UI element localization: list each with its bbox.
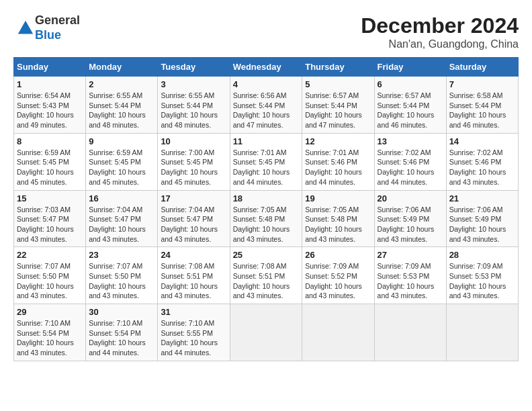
weekday-header-saturday: Saturday: [446, 58, 518, 77]
day-detail: Sunrise: 6:55 AMSunset: 5:44 PMDaylight:…: [89, 91, 154, 130]
calendar-cell: 22Sunrise: 7:07 AMSunset: 5:50 PMDayligh…: [14, 247, 86, 304]
calendar-cell: 11Sunrise: 7:01 AMSunset: 5:45 PMDayligh…: [230, 133, 302, 190]
calendar-cell: 29Sunrise: 7:10 AMSunset: 5:54 PMDayligh…: [14, 304, 86, 361]
calendar-cell: 24Sunrise: 7:08 AMSunset: 5:51 PMDayligh…: [158, 247, 230, 304]
calendar-cell: 2Sunrise: 6:55 AMSunset: 5:44 PMDaylight…: [86, 77, 158, 134]
day-detail: Sunrise: 6:59 AMSunset: 5:45 PMDaylight:…: [89, 148, 154, 187]
page-header: General Blue December 2024 Nan'an, Guang…: [13, 13, 519, 50]
day-detail: Sunrise: 7:00 AMSunset: 5:45 PMDaylight:…: [161, 148, 226, 187]
calendar-week-1: 1Sunrise: 6:54 AMSunset: 5:43 PMDaylight…: [14, 77, 519, 134]
day-number: 29: [17, 307, 83, 317]
location-title: Nan'an, Guangdong, China: [361, 38, 519, 50]
day-detail: Sunrise: 7:09 AMSunset: 5:53 PMDaylight:…: [378, 261, 443, 301]
day-detail: Sunrise: 7:06 AMSunset: 5:49 PMDaylight:…: [378, 205, 443, 244]
calendar-week-2: 8Sunrise: 6:59 AMSunset: 5:45 PMDaylight…: [14, 133, 519, 190]
calendar-week-3: 15Sunrise: 7:03 AMSunset: 5:47 PMDayligh…: [14, 190, 519, 247]
day-detail: Sunrise: 6:58 AMSunset: 5:44 PMDaylight:…: [449, 91, 515, 130]
day-detail: Sunrise: 6:56 AMSunset: 5:44 PMDaylight:…: [233, 91, 300, 130]
calendar-cell: 20Sunrise: 7:06 AMSunset: 5:49 PMDayligh…: [374, 190, 446, 247]
calendar-cell: [230, 304, 302, 361]
title-block: December 2024 Nan'an, Guangdong, China: [361, 13, 519, 50]
day-number: 10: [161, 136, 226, 146]
calendar-cell: 7Sunrise: 6:58 AMSunset: 5:44 PMDaylight…: [446, 77, 518, 134]
day-detail: Sunrise: 6:57 AMSunset: 5:44 PMDaylight:…: [378, 91, 443, 130]
logo-text: General Blue: [35, 13, 80, 42]
weekday-header-friday: Friday: [374, 58, 446, 77]
day-detail: Sunrise: 7:05 AMSunset: 5:48 PMDaylight:…: [233, 205, 300, 244]
day-number: 14: [449, 136, 515, 146]
day-number: 22: [17, 250, 83, 260]
day-detail: Sunrise: 7:07 AMSunset: 5:50 PMDaylight:…: [89, 261, 154, 301]
day-detail: Sunrise: 7:08 AMSunset: 5:51 PMDaylight:…: [233, 261, 300, 301]
calendar-cell: 12Sunrise: 7:01 AMSunset: 5:46 PMDayligh…: [302, 133, 374, 190]
day-number: 6: [378, 79, 443, 89]
day-detail: Sunrise: 7:06 AMSunset: 5:49 PMDaylight:…: [449, 205, 515, 244]
day-detail: Sunrise: 7:07 AMSunset: 5:50 PMDaylight:…: [17, 261, 83, 301]
calendar-cell: [446, 304, 518, 361]
calendar-cell: 27Sunrise: 7:09 AMSunset: 5:53 PMDayligh…: [374, 247, 446, 304]
day-detail: Sunrise: 7:05 AMSunset: 5:48 PMDaylight:…: [305, 205, 371, 244]
calendar-week-4: 22Sunrise: 7:07 AMSunset: 5:50 PMDayligh…: [14, 247, 519, 304]
day-detail: Sunrise: 7:04 AMSunset: 5:47 PMDaylight:…: [89, 205, 154, 244]
weekday-header-row: SundayMondayTuesdayWednesdayThursdayFrid…: [14, 58, 519, 77]
day-number: 21: [449, 193, 515, 203]
day-number: 25: [233, 250, 300, 260]
logo-icon: [16, 19, 35, 38]
day-detail: Sunrise: 7:04 AMSunset: 5:47 PMDaylight:…: [161, 205, 226, 244]
calendar-cell: 13Sunrise: 7:02 AMSunset: 5:46 PMDayligh…: [374, 133, 446, 190]
day-number: 24: [161, 250, 226, 260]
day-number: 18: [233, 193, 300, 203]
calendar-cell: [374, 304, 446, 361]
day-number: 20: [378, 193, 443, 203]
calendar-cell: 4Sunrise: 6:56 AMSunset: 5:44 PMDaylight…: [230, 77, 302, 134]
calendar-cell: 26Sunrise: 7:09 AMSunset: 5:52 PMDayligh…: [302, 247, 374, 304]
day-number: 19: [305, 193, 371, 203]
day-number: 23: [89, 250, 154, 260]
calendar-cell: 21Sunrise: 7:06 AMSunset: 5:49 PMDayligh…: [446, 190, 518, 247]
calendar-cell: 9Sunrise: 6:59 AMSunset: 5:45 PMDaylight…: [86, 133, 158, 190]
day-number: 12: [305, 136, 371, 146]
weekday-header-tuesday: Tuesday: [158, 58, 230, 77]
weekday-header-sunday: Sunday: [14, 58, 86, 77]
calendar-cell: 16Sunrise: 7:04 AMSunset: 5:47 PMDayligh…: [86, 190, 158, 247]
day-number: 26: [305, 250, 371, 260]
calendar-cell: 6Sunrise: 6:57 AMSunset: 5:44 PMDaylight…: [374, 77, 446, 134]
calendar-week-5: 29Sunrise: 7:10 AMSunset: 5:54 PMDayligh…: [14, 304, 519, 361]
day-detail: Sunrise: 7:03 AMSunset: 5:47 PMDaylight:…: [17, 205, 83, 244]
weekday-header-thursday: Thursday: [302, 58, 374, 77]
month-title: December 2024: [361, 13, 519, 38]
day-detail: Sunrise: 7:01 AMSunset: 5:45 PMDaylight:…: [233, 148, 300, 187]
day-detail: Sunrise: 7:10 AMSunset: 5:55 PMDaylight:…: [161, 318, 226, 358]
calendar-cell: 30Sunrise: 7:10 AMSunset: 5:54 PMDayligh…: [86, 304, 158, 361]
svg-marker-0: [18, 20, 33, 34]
day-detail: Sunrise: 6:54 AMSunset: 5:43 PMDaylight:…: [17, 91, 83, 130]
calendar-cell: 31Sunrise: 7:10 AMSunset: 5:55 PMDayligh…: [158, 304, 230, 361]
day-number: 15: [17, 193, 83, 203]
calendar-cell: 14Sunrise: 7:02 AMSunset: 5:46 PMDayligh…: [446, 133, 518, 190]
day-number: 7: [449, 79, 515, 89]
day-detail: Sunrise: 7:09 AMSunset: 5:52 PMDaylight:…: [305, 261, 371, 301]
day-number: 31: [161, 307, 226, 317]
day-detail: Sunrise: 7:02 AMSunset: 5:46 PMDaylight:…: [378, 148, 443, 187]
calendar-cell: 1Sunrise: 6:54 AMSunset: 5:43 PMDaylight…: [14, 77, 86, 134]
day-detail: Sunrise: 7:01 AMSunset: 5:46 PMDaylight:…: [305, 148, 371, 187]
calendar-table: SundayMondayTuesdayWednesdayThursdayFrid…: [13, 57, 519, 361]
day-detail: Sunrise: 6:55 AMSunset: 5:44 PMDaylight:…: [161, 91, 226, 130]
day-number: 17: [161, 193, 226, 203]
day-number: 9: [89, 136, 154, 146]
day-number: 5: [305, 79, 371, 89]
day-number: 27: [378, 250, 443, 260]
day-detail: Sunrise: 7:02 AMSunset: 5:46 PMDaylight:…: [449, 148, 515, 187]
day-number: 30: [89, 307, 154, 317]
day-number: 11: [233, 136, 300, 146]
day-number: 13: [378, 136, 443, 146]
calendar-cell: 10Sunrise: 7:00 AMSunset: 5:45 PMDayligh…: [158, 133, 230, 190]
day-number: 3: [161, 79, 226, 89]
day-number: 8: [17, 136, 83, 146]
day-detail: Sunrise: 7:08 AMSunset: 5:51 PMDaylight:…: [161, 261, 226, 301]
calendar-cell: 3Sunrise: 6:55 AMSunset: 5:44 PMDaylight…: [158, 77, 230, 134]
day-detail: Sunrise: 6:59 AMSunset: 5:45 PMDaylight:…: [17, 148, 83, 187]
calendar-cell: 17Sunrise: 7:04 AMSunset: 5:47 PMDayligh…: [158, 190, 230, 247]
weekday-header-monday: Monday: [86, 58, 158, 77]
day-detail: Sunrise: 7:09 AMSunset: 5:53 PMDaylight:…: [449, 261, 515, 301]
